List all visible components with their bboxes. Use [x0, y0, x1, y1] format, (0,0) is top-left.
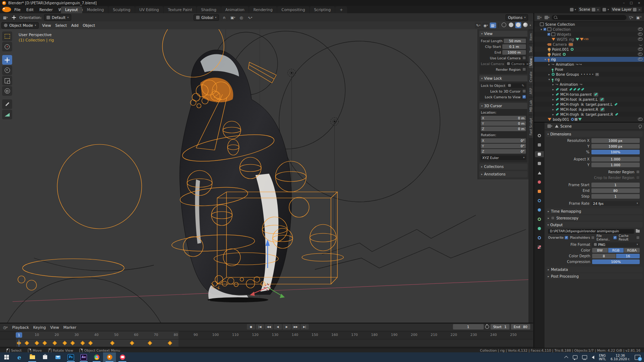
play-reverse-button[interactable]: ◀	[274, 324, 282, 329]
timeline-editor-icon[interactable]: ◷▾	[2, 324, 9, 330]
snap-magnet-icon[interactable]: ∩	[221, 15, 228, 20]
expand-icon[interactable]: ▾	[543, 58, 547, 61]
maximize-button[interactable]: □	[630, 1, 633, 5]
taskbar-blender[interactable]	[103, 352, 116, 362]
shading-options-icon[interactable]: ▾	[530, 24, 531, 27]
timeline-ruler[interactable]: 1102030405060708090100110120130140150160…	[0, 331, 533, 339]
show-gizmo-icon[interactable]: ✎▾	[475, 23, 481, 28]
n-panel-tab-fast-sculpt[interactable]: Fast Sculpt	[529, 115, 533, 138]
proportional-editing-icon[interactable]: ◎	[238, 15, 245, 20]
color-rgb-option[interactable]: RGB	[608, 248, 624, 253]
blender-menu-icon[interactable]	[2, 7, 11, 12]
properties-tab-object-data[interactable]	[535, 225, 544, 232]
outliner-row-mch-foot-ik-parent-r[interactable]: ▸MCH-foot_ik.parent.R	[534, 107, 644, 112]
frame-start-field[interactable]: Start1	[491, 324, 509, 329]
workspace-tab-layout[interactable]: Layout	[61, 6, 82, 13]
frame-rate-dropdown[interactable]: 24 fps▾	[591, 201, 640, 206]
annotations-panel-header[interactable]: ▸Annotations	[479, 171, 527, 177]
cache-result-checkbox[interactable]	[636, 236, 640, 239]
outliner-row-collection[interactable]: ▾✓Collection	[534, 27, 644, 32]
workspace-tab-modeling[interactable]: Modeling	[83, 6, 108, 13]
expand-icon[interactable]: ▸	[547, 63, 551, 66]
workspace-tab-sculpting[interactable]: Sculpting	[108, 6, 135, 13]
expand-icon[interactable]: ▸	[551, 93, 555, 96]
collection-checkbox[interactable]: ✓	[543, 28, 547, 31]
annotate-tool-button[interactable]	[2, 99, 12, 109]
workspace-tab-scripting[interactable]: Scripting	[310, 6, 335, 13]
metadata-panel-header[interactable]: ▸Metadata	[546, 267, 643, 272]
outliner-row-wgts-rig[interactable]: WGTS_rig+99	[534, 37, 644, 42]
minimize-button[interactable]: –	[623, 1, 625, 5]
workspace-tab-texture-paint[interactable]: Texture Paint	[164, 6, 196, 13]
outliner-filter-icon[interactable]: ▽▾	[628, 15, 634, 20]
cursor-rot-x[interactable]: X0°	[481, 138, 526, 143]
outliner-row-point[interactable]: Point	[534, 52, 644, 57]
frame-start-field[interactable]: 1	[591, 183, 640, 187]
taskbar-edge[interactable]: e	[13, 352, 26, 362]
output-path-field[interactable]: D:\PETAR\3d\penguin\render anim\penguin	[548, 229, 634, 234]
visibility-eye-icon[interactable]	[638, 53, 643, 56]
outliner-row-animation[interactable]: ▸↪Animation↪	[534, 82, 644, 87]
viewport-menu-add[interactable]: Add	[69, 23, 80, 28]
properties-editor-icon[interactable]: ▾	[547, 123, 553, 129]
clip-end-field[interactable]: 1000 m	[502, 50, 526, 55]
expand-icon[interactable]: ▸	[551, 103, 555, 106]
editor-type-icon[interactable]: ▦▾	[2, 15, 9, 20]
remove-view-layer-icon[interactable]: ×	[638, 8, 641, 11]
3d-viewport[interactable]: User Perspective (1) Collection | rig Z …	[0, 29, 533, 323]
timeline-menu-view[interactable]: View	[48, 324, 61, 330]
outliner-row-mch-thigh-ik-target-parent-l[interactable]: ▸MCH-thigh_ik_target.parent.L	[534, 102, 644, 107]
transform-tool-button[interactable]	[2, 86, 12, 96]
outliner-row-camera[interactable]: Camera	[534, 42, 644, 47]
expand-icon[interactable]: ▸	[551, 108, 555, 111]
color-depth-segmented[interactable]: 8 16	[592, 254, 640, 258]
color-mode-segmented[interactable]: BW RGB RGBA	[592, 248, 640, 253]
frame-end-field[interactable]: 80	[591, 188, 640, 193]
outliner-row-scene-collection[interactable]: Scene Collection	[534, 22, 644, 27]
close-button[interactable]: ×	[638, 1, 640, 5]
scale-tool-button[interactable]	[2, 76, 12, 85]
cursor-rot-y[interactable]: Y0°	[481, 144, 526, 148]
view-panel-header[interactable]: ▾View	[479, 31, 527, 37]
playhead-line[interactable]	[19, 339, 19, 347]
n-panel-tab-mb-lab[interactable]: MB-Lab	[529, 98, 533, 114]
new-scene-icon[interactable]	[592, 8, 595, 11]
timeline-menu-marker[interactable]: Marker	[61, 324, 78, 330]
collection-checkbox[interactable]: ✓	[547, 33, 551, 36]
properties-tab-output[interactable]	[535, 151, 544, 157]
shading-wireframe-icon[interactable]	[501, 22, 507, 28]
xray-toggle-icon[interactable]: ▥▾	[490, 23, 496, 28]
n-panel-tab-arp[interactable]: ARP	[529, 85, 533, 97]
outliner-row-body-001[interactable]: body.001	[534, 117, 644, 122]
cursor-panel-header[interactable]: ▾3D Cursor	[479, 103, 527, 109]
view-lock-panel-header[interactable]: ▾View Lock	[479, 75, 527, 81]
tray-language[interactable]: ENGINTL	[599, 354, 606, 361]
tray-clock[interactable]: 12:366.10.2020 r.	[611, 354, 630, 361]
outliner-row-mch-thigh-ik-target-parent-r[interactable]: ▸MCH-thigh_ik_target.parent.R	[534, 112, 644, 117]
outliner-search-input[interactable]	[552, 15, 626, 20]
jump-start-button[interactable]: |◀	[256, 324, 264, 329]
stereoscopy-checkbox[interactable]	[551, 216, 555, 220]
expand-icon[interactable]: ▸	[551, 113, 555, 116]
snap-settings-icon[interactable]: ▣▾	[230, 15, 236, 20]
options-dropdown[interactable]: Options ▾	[506, 14, 528, 21]
workspace-tab-rendering[interactable]: Rendering	[249, 6, 277, 13]
measure-tool-button[interactable]	[2, 110, 12, 119]
properties-tab-particles[interactable]	[535, 207, 544, 213]
scene-selector[interactable]: Scene ×	[577, 6, 601, 13]
color-rgba-option[interactable]: RGBA	[624, 248, 640, 253]
outliner-row-mch-torso-parent[interactable]: ▸MCH-torso.parent	[534, 92, 644, 97]
local-camera-field[interactable]: Camera×	[506, 61, 530, 66]
expand-icon[interactable]: ▸	[551, 98, 555, 101]
lock-3d-cursor-checkbox[interactable]	[522, 89, 526, 93]
tray-volume-icon[interactable]	[592, 356, 594, 359]
new-view-layer-icon[interactable]	[633, 8, 636, 11]
viewport-menu-view[interactable]: View	[40, 23, 53, 28]
aspect-y-field[interactable]: 1.000	[591, 163, 640, 167]
outliner-row-bone-groups[interactable]: ▸Bone Groups••••••	[534, 72, 644, 77]
properties-tab-scene[interactable]	[535, 170, 544, 176]
shading-rendered-icon[interactable]	[522, 22, 528, 28]
output-panel-header[interactable]: ▾Output	[546, 222, 643, 228]
file-format-dropdown[interactable]: PNG▾	[592, 242, 640, 247]
tray-network-icon[interactable]	[582, 355, 587, 359]
